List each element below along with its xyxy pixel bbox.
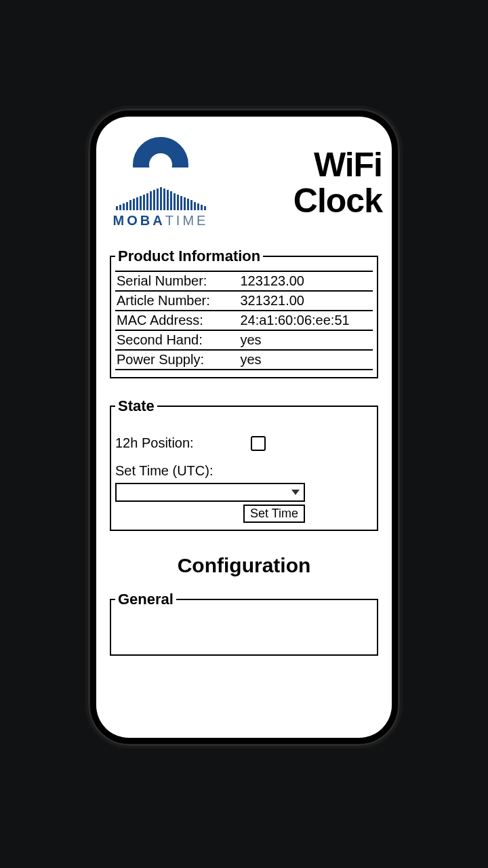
info-value: 24:a1:60:06:ee:51 [239,311,373,330]
state-legend: State [115,397,157,415]
logo-bars-icon [110,186,211,210]
header: MOBATIME WiFi Clock [110,137,378,229]
state-fieldset: State 12h Position: Set Time (UTC): Set … [110,397,378,531]
chevron-down-icon [291,490,300,495]
product-info-legend: Product Information [115,248,263,265]
table-row: Serial Number:123123.00 [115,271,373,291]
info-label: MAC Address: [115,311,239,330]
logo: MOBATIME [110,137,211,229]
brand-part2: TIME [165,213,209,228]
twelve-h-checkbox[interactable] [251,436,266,451]
table-row: MAC Address:24:a1:60:06:ee:51 [115,311,373,330]
twelve-h-label: 12h Position: [115,435,230,451]
brand-part1: MOBA [113,213,165,228]
info-value: 321321.00 [239,291,373,311]
general-legend: General [115,591,176,608]
title-line2: Clock [293,183,382,219]
brand-text: MOBATIME [113,213,209,229]
title-line1: WiFi [293,147,382,183]
table-row: Power Supply:yes [115,350,373,370]
info-value: yes [239,350,373,370]
set-time-button-row: Set Time [115,505,305,523]
product-info-table: Serial Number:123123.00Article Number:32… [115,271,373,370]
info-label: Serial Number: [115,271,239,291]
screen: MOBATIME WiFi Clock Product Information … [96,117,392,738]
info-label: Power Supply: [115,350,239,370]
twelve-h-row: 12h Position: [115,435,373,451]
general-fieldset: General [110,591,378,656]
phone-frame: MOBATIME WiFi Clock Product Information … [88,108,400,746]
product-info-fieldset: Product Information Serial Number:123123… [110,248,378,378]
set-time-dropdown[interactable] [115,483,305,502]
info-label: Second Hand: [115,330,239,350]
page-content: MOBATIME WiFi Clock Product Information … [96,117,392,656]
table-row: Article Number:321321.00 [115,291,373,311]
set-time-label: Set Time (UTC): [115,463,373,479]
info-label: Article Number: [115,291,239,311]
info-value: yes [239,330,373,350]
info-value: 123123.00 [239,271,373,291]
page-title: WiFi Clock [293,147,382,218]
configuration-heading: Configuration [110,554,378,577]
logo-arch-icon [123,137,198,191]
set-time-button[interactable]: Set Time [243,505,305,523]
table-row: Second Hand:yes [115,330,373,350]
